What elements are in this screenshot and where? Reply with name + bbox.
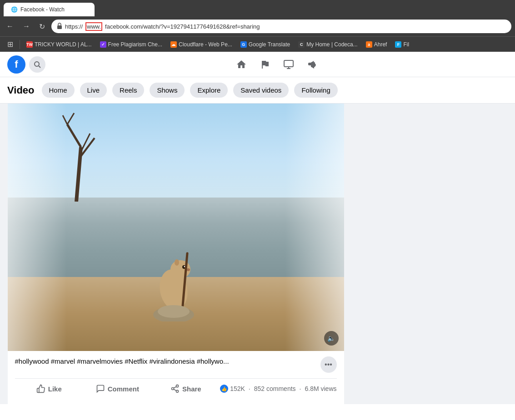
svg-rect-0	[57, 25, 62, 29]
back-button[interactable]: ←	[4, 20, 16, 32]
dot-separator-2: ·	[300, 385, 301, 392]
like-count-value: 152K	[230, 385, 245, 392]
video-sidebar	[344, 104, 508, 404]
header-nav	[230, 54, 323, 75]
svg-line-25	[174, 386, 176, 388]
bookmark-favicon-codeca: C	[298, 41, 305, 48]
bookmark-cloudflare[interactable]: ☁ Cloudflare - Web Pe...	[167, 40, 236, 49]
video-content-area: 🔈 #hollywood #marvel #marvelmovies #Netf…	[0, 104, 515, 404]
like-button[interactable]: Like	[15, 380, 84, 397]
nav-pill-explore[interactable]: Explore	[190, 83, 228, 98]
volume-icon: 🔈	[327, 335, 335, 342]
bookmark-label-translate: Google Translate	[249, 41, 290, 48]
bookmarks-bar: ⊞ TW TRICKY WORLD | AL... ✓ Free Plagiar…	[0, 36, 515, 52]
bookmark-favicon-fil: F	[395, 41, 401, 48]
svg-line-7	[67, 124, 81, 147]
like-label: Like	[48, 385, 62, 393]
video-player[interactable]: 🔈	[8, 104, 344, 351]
share-label: Share	[182, 385, 201, 393]
bookmark-label-fil: Fil	[403, 41, 409, 48]
nav-pill-live[interactable]: Live	[80, 83, 107, 98]
svg-point-21	[176, 385, 179, 387]
svg-line-2	[39, 66, 40, 68]
reload-button[interactable]: ↻	[36, 20, 48, 33]
video-caption-text: #hollywood #marvel #marvelmovies #Netfli…	[15, 356, 317, 366]
like-count-icon: 👍	[220, 385, 228, 393]
url-rest: facebook.com/watch/?v=19279411776491628&…	[105, 23, 260, 30]
bookmark-label-plagiarism: Free Plagiarism Che...	[108, 41, 162, 48]
bookmark-label-codeca: My Home | Codeca...	[306, 41, 358, 48]
search-button[interactable]	[29, 56, 45, 73]
comment-label: Comment	[108, 385, 139, 393]
video-info: #hollywood #marvel #marvelmovies #Netfli…	[8, 351, 344, 404]
nav-pill-home[interactable]: Home	[42, 83, 75, 98]
svg-point-22	[172, 388, 174, 390]
facebook-app: f	[0, 52, 515, 404]
svg-point-20	[158, 305, 190, 318]
bookmark-label-tw: TRICKY WORLD | AL...	[35, 41, 92, 48]
bookmark-favicon-plagiarism: ✓	[100, 41, 106, 48]
nav-pill-shows[interactable]: Shows	[150, 83, 185, 98]
svg-point-23	[176, 390, 179, 392]
bookmark-tw[interactable]: TW TRICKY WORLD | AL...	[23, 40, 95, 49]
svg-line-24	[174, 389, 176, 390]
svg-point-17	[175, 259, 179, 266]
share-icon	[170, 384, 180, 393]
lock-icon	[57, 23, 62, 30]
volume-button[interactable]: 🔈	[324, 331, 339, 346]
bookmark-favicon-ahref: a	[366, 41, 372, 48]
video-stats: 👍 152K · 852 comments · 6.8M views	[220, 385, 336, 393]
comment-count-value: 852 comments	[254, 385, 296, 392]
svg-point-1	[35, 62, 39, 66]
header-left: f	[7, 55, 45, 74]
browser-chrome: 🌐 Facebook - Watch ← → ↻ https://www.fac…	[0, 0, 515, 52]
nav-home-icon[interactable]	[230, 54, 252, 75]
nav-store-icon[interactable]	[278, 54, 300, 75]
video-caption-row: #hollywood #marvel #marvelmovies #Netfli…	[15, 356, 337, 373]
bookmark-fil[interactable]: F Fil	[391, 40, 413, 49]
view-count-value: 6.8M views	[305, 385, 336, 392]
fb-header: f	[0, 52, 515, 77]
svg-rect-3	[284, 60, 293, 67]
address-bar[interactable]: https://www.facebook.com/watch/?v=192794…	[51, 20, 511, 33]
bookmark-apps[interactable]: ⊞	[4, 38, 17, 50]
nav-pill-saved[interactable]: Saved videos	[233, 83, 289, 98]
video-main: 🔈 #hollywood #marvel #marvelmovies #Netf…	[8, 104, 344, 404]
actions-bar: Like Comment	[15, 378, 337, 399]
browser-tabs: 🌐 Facebook - Watch	[0, 0, 515, 16]
like-count: 👍 152K	[220, 385, 245, 393]
nav-flag-icon[interactable]	[254, 54, 276, 75]
svg-line-10	[63, 115, 67, 124]
url-www: www.	[85, 22, 102, 31]
bookmark-ahref[interactable]: a Ahref	[362, 40, 391, 49]
bookmark-label-cloudflare: Cloudflare - Web Pe...	[179, 41, 232, 48]
bookmark-favicon-tw: TW	[26, 41, 33, 48]
bookmark-favicon-translate: G	[240, 41, 247, 48]
comment-button[interactable]: Comment	[83, 380, 152, 397]
svg-line-6	[76, 147, 81, 202]
share-button[interactable]: Share	[152, 380, 220, 397]
video-nav: Video Home Live Reels Shows Explore Save…	[0, 77, 515, 104]
browser-toolbar: ← → ↻ https://www.facebook.com/watch/?v=…	[0, 16, 515, 36]
video-scene: 🔈	[8, 104, 344, 351]
video-page-title: Video	[7, 84, 35, 96]
nav-pill-following[interactable]: Following	[294, 83, 337, 98]
bookmark-label-ahref: Ahref	[374, 41, 387, 48]
like-icon	[36, 384, 45, 393]
nav-pill-reels[interactable]: Reels	[112, 83, 144, 98]
active-tab[interactable]: 🌐 Facebook - Watch	[4, 3, 95, 16]
more-options-button[interactable]: •••	[320, 356, 337, 373]
forward-button[interactable]: →	[20, 20, 33, 32]
bookmark-favicon-cloudflare: ☁	[170, 41, 177, 48]
url-prefix: https://	[65, 23, 83, 30]
svg-line-11	[67, 113, 74, 124]
dot-separator-1: ·	[249, 385, 250, 392]
bookmark-translate[interactable]: G Google Translate	[237, 40, 294, 49]
dead-tree	[58, 111, 104, 202]
bookmark-codeca[interactable]: C My Home | Codeca...	[295, 40, 361, 49]
nav-megaphone-icon[interactable]	[301, 54, 323, 75]
meerkat-animal	[149, 240, 208, 321]
facebook-logo[interactable]: f	[7, 55, 25, 74]
comment-icon	[96, 384, 105, 393]
bookmark-plagiarism[interactable]: ✓ Free Plagiarism Che...	[96, 40, 166, 49]
